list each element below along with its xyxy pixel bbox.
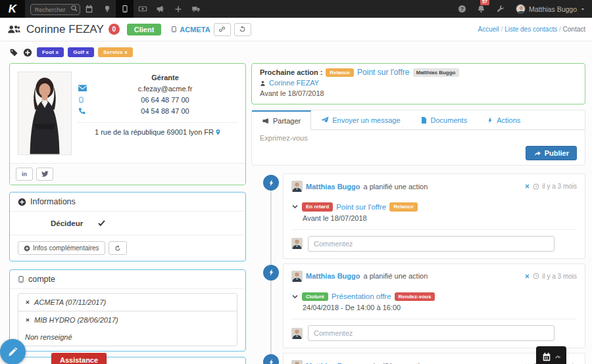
more-info-button[interactable]: Infos complémentaires xyxy=(18,241,105,255)
action-title-link[interactable]: Point sur l'offre xyxy=(336,203,386,211)
tab-envoyer-message[interactable]: Envoyer un message xyxy=(311,110,410,129)
account-link[interactable]: ACMETA xyxy=(171,26,210,34)
comment-input[interactable] xyxy=(308,236,555,252)
composer: Exprimez-vous Publier xyxy=(252,130,585,165)
breadcrumb: AccueilListe des contactsContact xyxy=(478,26,585,33)
close-icon[interactable] xyxy=(524,273,530,279)
page-title: Corinne FEZAY xyxy=(26,23,104,36)
calendar-icon[interactable] xyxy=(80,0,98,18)
action-detail: 24/04/2018 - De 14:00 à 16:00 xyxy=(303,304,577,312)
profile-card: Gérante c.fezay@acme.fr 06 64 48 77 00 xyxy=(9,63,246,185)
tab-label: Partager xyxy=(273,117,301,125)
chevron-down-icon[interactable] xyxy=(291,203,299,210)
social-bar: in xyxy=(10,163,245,185)
next-action-due: Avant le 18/07/2018 xyxy=(260,89,577,99)
assistance-button[interactable]: Assistance xyxy=(51,353,107,364)
top-navbar: K ? 57 xyxy=(0,0,592,18)
action-title-link[interactable]: Présentation offre xyxy=(332,292,391,300)
chevron-down-icon[interactable] xyxy=(291,293,299,300)
publish-button[interactable]: Publier xyxy=(526,146,577,160)
commenter-avatar xyxy=(291,328,303,339)
tab-partager[interactable]: Partager xyxy=(252,110,311,130)
user-name: Matthias Buggo xyxy=(529,5,577,13)
navbar-right: ? 57 Matthias Buggo xyxy=(453,0,592,18)
content: Foot x Golf x Service x Gérante xyxy=(0,41,592,364)
next-action-contact[interactable]: Corinne FEZAY xyxy=(269,78,319,88)
field-label: Décideur xyxy=(51,219,83,227)
action-bolt-icon xyxy=(263,175,279,191)
tag-badge[interactable]: Golf x xyxy=(68,47,94,57)
compte-empty-row: Non renseigné xyxy=(18,329,237,346)
comment-input[interactable] xyxy=(308,325,555,341)
count-badge: 0 xyxy=(109,24,120,35)
activity-timeline: Matthias Buggo a planifié une action il … xyxy=(251,173,585,364)
tab-documents[interactable]: Documents xyxy=(410,110,478,129)
compte-card: compte ACMETA (07/11/2017) xyxy=(9,269,246,352)
user-menu[interactable]: Matthias Buggo xyxy=(516,4,585,14)
action-type-badge: Relance xyxy=(389,202,418,212)
action-detail: Avant le 18/07/2018 xyxy=(303,214,577,223)
plus-circle-icon[interactable] xyxy=(18,198,26,206)
twitter-button[interactable] xyxy=(36,168,53,181)
left-column: Gérante c.fezay@acme.fr 06 64 48 77 00 xyxy=(9,63,246,364)
timeline-item: Matthias Buggo a planifié une action il … xyxy=(283,263,585,349)
billing-icon[interactable] xyxy=(134,0,151,18)
megaphone-icon xyxy=(262,117,270,125)
svg-text:?: ? xyxy=(460,6,464,12)
action-bolt-icon xyxy=(263,265,279,281)
author-avatar xyxy=(291,181,303,192)
calendar-fab-button[interactable] xyxy=(536,346,566,364)
divider xyxy=(291,319,577,319)
add-icon[interactable] xyxy=(169,0,187,18)
contacts-icon[interactable] xyxy=(116,0,134,18)
tag-badge[interactable]: Service x xyxy=(98,47,133,57)
settings-wrench-icon[interactable] xyxy=(491,0,509,18)
action-status-badge: Cloturé xyxy=(302,292,328,302)
compte-item[interactable]: MIB HYDRO (28/06/2017) xyxy=(18,311,237,329)
remove-icon[interactable] xyxy=(25,317,30,323)
refresh-button[interactable] xyxy=(234,23,251,36)
linkedin-button[interactable]: in xyxy=(16,168,33,181)
pencil-icon xyxy=(8,347,18,357)
contact-info: Gérante c.fezay@acme.fr 06 64 48 77 00 xyxy=(72,72,237,155)
notifications-bell-icon[interactable]: 57 xyxy=(472,0,490,18)
remove-icon[interactable] xyxy=(25,300,30,305)
linkedin-icon: in xyxy=(22,171,27,177)
clock-icon xyxy=(533,183,539,190)
status-badge: Client xyxy=(127,24,162,35)
compte-item-label: ACMETA (07/11/2017) xyxy=(34,298,106,306)
compte-item[interactable]: ACMETA (07/11/2017) xyxy=(18,294,237,311)
add-tag-icon[interactable] xyxy=(23,48,32,57)
lightbulb-icon[interactable] xyxy=(98,0,116,18)
map-marker-icon[interactable] xyxy=(215,128,221,136)
right-column: Prochaine action : Relance Point sur l'o… xyxy=(251,63,585,364)
author-avatar xyxy=(291,271,303,282)
author-link[interactable]: Matthias Buggo xyxy=(306,183,360,191)
truck-icon[interactable] xyxy=(187,0,205,18)
edit-fab-button[interactable] xyxy=(0,339,26,364)
tab-actions[interactable]: Actions xyxy=(477,110,530,129)
breadcrumb-contacts[interactable]: Liste des contacts xyxy=(505,26,557,33)
link-button[interactable] xyxy=(214,23,231,36)
next-action-title[interactable]: Point sur l'offre xyxy=(357,68,409,78)
author-link[interactable]: Matthias Buggo xyxy=(306,272,360,280)
contact-phone: 04 54 88 47 00 xyxy=(93,107,237,115)
help-icon[interactable]: ? xyxy=(453,0,471,18)
email-icon xyxy=(78,85,93,92)
user-avatar xyxy=(516,4,526,14)
undo-icon xyxy=(114,245,121,252)
breadcrumb-home[interactable]: Accueil xyxy=(478,26,499,33)
compte-title: compte xyxy=(28,275,55,284)
search-icon xyxy=(70,5,78,12)
tag-badge[interactable]: Foot x xyxy=(37,47,64,57)
contact-role: Gérante xyxy=(93,74,237,81)
account-icon xyxy=(18,275,24,283)
compte-empty-label: Non renseigné xyxy=(25,333,72,341)
account-name: ACMETA xyxy=(180,26,210,34)
contact-email[interactable]: c.fezay@acme.fr xyxy=(93,85,237,93)
campaign-icon[interactable] xyxy=(151,0,169,18)
app-logo[interactable]: K xyxy=(0,0,25,18)
undo-button[interactable] xyxy=(109,241,127,255)
close-icon[interactable] xyxy=(524,183,530,189)
composer-input[interactable]: Exprimez-vous xyxy=(260,134,577,143)
